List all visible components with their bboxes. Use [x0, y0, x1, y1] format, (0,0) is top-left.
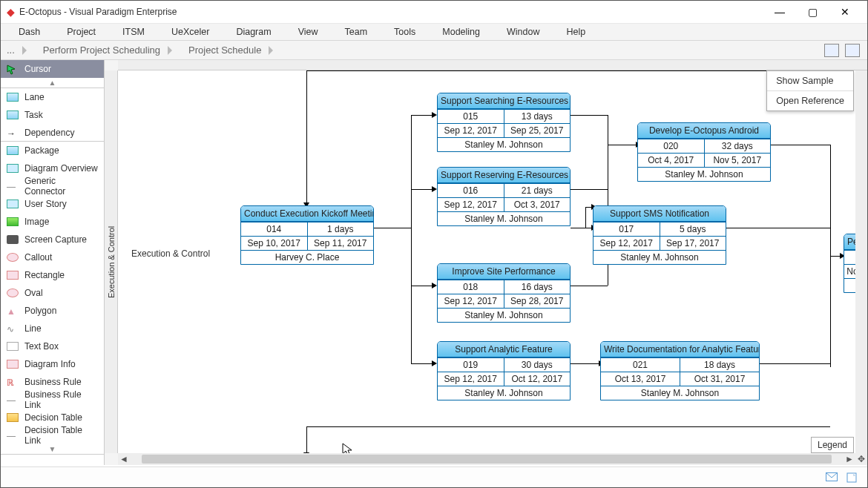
chevron-right-icon	[168, 46, 172, 55]
palette-line[interactable]: ∿Line	[1, 320, 104, 337]
pan-icon[interactable]: ✥	[855, 453, 867, 465]
mail-icon[interactable]	[826, 472, 838, 483]
task-start: Oct 4, 2017	[638, 154, 704, 167]
menu-diagram[interactable]: Diagram	[223, 27, 284, 37]
palette-package[interactable]: Package	[1, 142, 104, 159]
palette-business-rule-link[interactable]: —Business Rule Link	[1, 391, 104, 409]
menu-itsm[interactable]: ITSM	[109, 27, 158, 37]
task-title: Improve Site Performance	[438, 264, 570, 280]
lane-icon	[7, 93, 19, 102]
scrollbar-vertical[interactable]	[855, 70, 867, 453]
task-title: Write Documentation for Analytic Feature	[601, 342, 759, 357]
swimlane-side-label: Execution & Control	[105, 70, 118, 453]
palette-label: Dependency	[24, 128, 74, 138]
oval-icon	[7, 288, 19, 297]
palette-label: Image	[24, 217, 49, 227]
task-owner: Stanley M. Johnson	[638, 168, 770, 181]
palette-label: Generic Connector	[24, 176, 98, 197]
task-015[interactable]: Support Searching E-Resources 01513 days…	[437, 93, 571, 152]
palette-label: Lane	[24, 92, 45, 102]
menu-team[interactable]: Team	[332, 27, 381, 37]
menu-modeling[interactable]: Modeling	[429, 27, 493, 37]
menu-help[interactable]: Help	[553, 27, 599, 37]
task-019[interactable]: Support Analytic Feature 01930 days Sep …	[437, 341, 571, 400]
swimlane-label: Execution & Control	[131, 248, 210, 259]
task-owner: Stanley M. Johnson	[438, 386, 570, 400]
palette-label: Line	[24, 323, 42, 334]
palette-diagram-info[interactable]: Diagram Info	[1, 355, 104, 373]
legend-toggle[interactable]: Legend	[811, 437, 854, 453]
note-icon[interactable]	[846, 472, 858, 483]
palette-label: Rectangle	[24, 270, 65, 280]
palette-rectangle[interactable]: Rectangle	[1, 266, 104, 284]
task-end: Nov 5, 2017	[704, 154, 771, 167]
popup-show-sample[interactable]: Show Sample	[767, 71, 853, 91]
palette-image[interactable]: Image	[1, 213, 104, 231]
task-021[interactable]: Write Documentation for Analytic Feature…	[600, 341, 760, 400]
palette-decision-table-link[interactable]: —Decision Table Link	[1, 426, 104, 444]
palette-diagram-overview[interactable]: Diagram Overview	[1, 159, 104, 177]
palette-callout[interactable]: Callout	[1, 248, 104, 266]
svg-rect-1	[847, 473, 856, 482]
palette-label: Decision Table	[24, 412, 82, 423]
palette-decision-table[interactable]: Decision Table	[1, 409, 104, 426]
task-018[interactable]: Improve Site Performance 01816 days Sep …	[437, 263, 571, 323]
task-title: Support Reserving E-Resources	[438, 168, 570, 183]
chevron-right-icon	[22, 46, 27, 55]
rule-icon: ℝ	[7, 377, 19, 386]
dependency-icon: →	[7, 128, 19, 137]
toolbar-icon-1[interactable]	[824, 44, 839, 57]
collapse-down-icon[interactable]: ▼	[1, 444, 104, 455]
breadcrumb-item-b[interactable]: Project Schedule	[175, 44, 266, 56]
task-start: Sep 10, 2017	[241, 237, 307, 250]
menu-uexceler[interactable]: UeXceler	[158, 27, 223, 37]
palette-task[interactable]: Task	[1, 106, 104, 124]
maximize-button[interactable]: ▢	[796, 1, 829, 23]
menu-window[interactable]: Window	[493, 27, 553, 37]
package-icon	[7, 146, 19, 155]
toolbar-icon-2[interactable]	[845, 44, 860, 57]
task-id: 016	[438, 184, 504, 197]
menu-project[interactable]: Project	[53, 27, 109, 37]
collapse-up-icon[interactable]: ▲	[1, 78, 104, 88]
minimize-button[interactable]: —	[763, 1, 796, 23]
palette-lane[interactable]: Lane	[1, 88, 104, 106]
task-020[interactable]: Develop E-Octopus Android 02032 days Oct…	[637, 122, 771, 182]
rectangle-icon	[7, 271, 19, 280]
palette-text-box[interactable]: Text Box	[1, 337, 104, 355]
ruler-horizontal	[118, 60, 867, 70]
palette-label: Decision Table Link	[24, 425, 98, 446]
task-id: 018	[438, 280, 504, 294]
task-016[interactable]: Support Reserving E-Resources 01621 days…	[437, 167, 571, 226]
menu-dash[interactable]: Dash	[5, 27, 53, 37]
palette-polygon[interactable]: ▲Polygon	[1, 302, 104, 320]
task-start: Sep 12, 2017	[594, 237, 660, 250]
scrollbar-horizontal[interactable]: ◄►	[118, 453, 855, 465]
task-017[interactable]: Support SMS Notification 0175 days Sep 1…	[593, 205, 726, 265]
palette-oval[interactable]: Oval	[1, 284, 104, 302]
palette-business-rule[interactable]: ℝBusiness Rule	[1, 373, 104, 391]
info-icon	[7, 360, 19, 369]
close-button[interactable]: ✕	[829, 1, 861, 23]
breadcrumb-item-a[interactable]: Perform Project Scheduling	[30, 44, 165, 56]
diagram-canvas[interactable]: Execution & Control	[118, 70, 867, 453]
popup-open-reference[interactable]: Open Reference	[767, 91, 853, 111]
palette-user-story[interactable]: User Story	[1, 195, 104, 213]
menu-view[interactable]: View	[285, 27, 332, 37]
palette-dependency[interactable]: →Dependency	[1, 124, 104, 142]
task-owner: Harvey C. Place	[241, 251, 373, 264]
app-logo-icon: ◆	[7, 6, 15, 18]
palette-screen-capture[interactable]: Screen Capture	[1, 231, 104, 248]
task-start: Sep 12, 2017	[438, 198, 504, 211]
rulelink-icon: —	[7, 395, 19, 404]
palette-generic-connector[interactable]: —Generic Connector	[1, 177, 104, 195]
task-id: 017	[594, 222, 660, 236]
tablelink-icon: —	[7, 431, 19, 440]
palette-cursor[interactable]: Cursor	[1, 60, 104, 78]
task-014[interactable]: Conduct Execution Kickoff Meeting 0141 d…	[240, 205, 374, 265]
menu-tools[interactable]: Tools	[381, 27, 429, 37]
task-owner: Stanley M. Johnson	[438, 138, 570, 151]
connector-icon: —	[7, 182, 19, 191]
breadcrumb-root[interactable]: ...	[4, 44, 19, 56]
task-duration: 32 days	[704, 139, 771, 153]
